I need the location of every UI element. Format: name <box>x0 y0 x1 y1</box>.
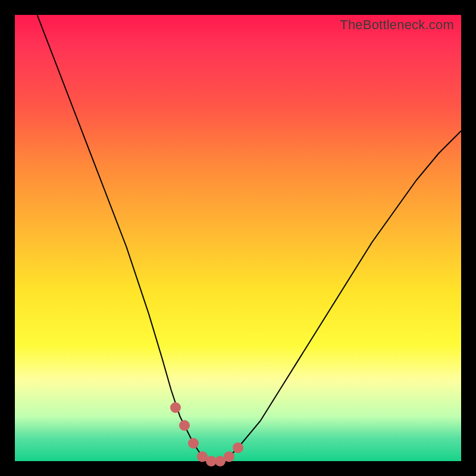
curve-marker <box>170 402 181 413</box>
bottleneck-plot <box>15 15 461 461</box>
curve-marker <box>188 438 199 449</box>
chart-frame: TheBottleneck.com <box>15 15 461 461</box>
bottleneck-curve <box>37 15 462 461</box>
curve-marker <box>179 420 190 431</box>
curve-marker <box>224 452 234 462</box>
marker-group <box>170 402 243 466</box>
curve-marker <box>233 443 243 453</box>
